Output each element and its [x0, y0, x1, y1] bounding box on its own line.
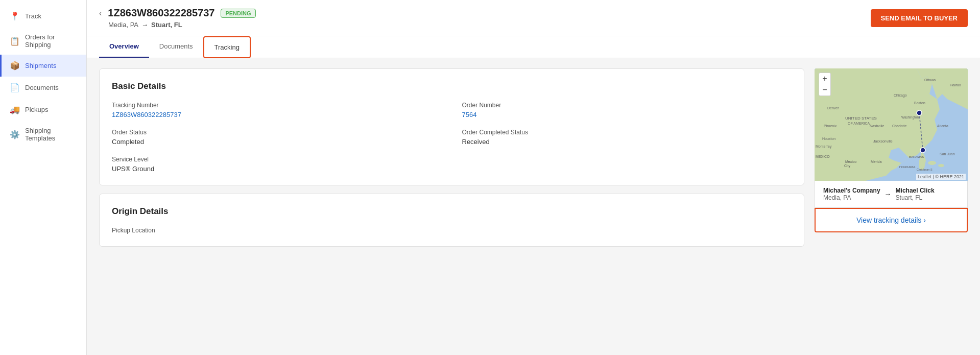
svg-text:Mexico: Mexico — [845, 160, 856, 163]
svg-text:Monterrey: Monterrey — [816, 145, 832, 149]
svg-text:Charlotte: Charlotte — [892, 124, 907, 128]
view-tracking-label: View tracking details — [856, 216, 921, 224]
svg-text:Chicago: Chicago — [894, 93, 907, 98]
destination-city: Stuart, FL — [151, 21, 182, 29]
sidebar-label-shipments: Shipments — [25, 62, 56, 69]
map-zoom-out-button[interactable]: − — [819, 84, 830, 96]
svg-text:Phoenix: Phoenix — [824, 124, 837, 128]
service-level-value: UPS® Ground — [112, 165, 442, 173]
from-name: Michael's Company — [823, 187, 880, 194]
basic-details-grid: Tracking Number 1Z863W860322285737 Order… — [112, 102, 792, 173]
order-status-label: Order Status — [112, 129, 442, 136]
svg-text:Caribbean S: Caribbean S — [917, 168, 933, 171]
orders-icon: 📋 — [10, 36, 20, 46]
from-location: Media, PA — [823, 194, 880, 201]
svg-text:Denver: Denver — [827, 106, 839, 110]
svg-text:Houston: Houston — [822, 137, 835, 140]
map-svg: UNITED STATES OF AMERICA Denver Chicago … — [815, 68, 968, 181]
tab-documents[interactable]: Documents — [149, 36, 203, 58]
svg-text:Halifax: Halifax — [950, 83, 961, 87]
sidebar-item-shipping-templates[interactable]: ⚙️ Shipping Templates — [0, 121, 86, 148]
sidebar-item-pickups[interactable]: 🚚 Pickups — [0, 99, 86, 121]
order-completed-status-value: Received — [462, 138, 792, 146]
header-title-row: ‹ 1Z863W860322285737 PENDING — [99, 7, 256, 19]
svg-text:Atlanta: Atlanta — [937, 124, 948, 128]
send-email-button[interactable]: SEND EMAIL TO BUYER — [871, 9, 968, 27]
view-tracking-container[interactable]: View tracking details › — [815, 208, 968, 232]
origin-city: Media, PA — [108, 21, 138, 29]
sidebar: 📍 Track 📋 Orders for Shipping 📦 Shipment… — [0, 0, 87, 355]
route-display: Media, PA → Stuart, FL — [99, 21, 256, 29]
to-location: Stuart, FL — [896, 194, 935, 201]
map-info-bar: Michael's Company Media, PA → Michael Cl… — [815, 181, 968, 208]
order-status-field: Order Status Completed — [112, 129, 442, 146]
map-zoom-in-button[interactable]: + — [819, 73, 830, 84]
sidebar-label-track: Track — [25, 12, 41, 20]
svg-text:HONDURAS: HONDURAS — [899, 165, 916, 169]
tracking-number-label: Tracking Number — [112, 102, 442, 109]
order-number-label: Order Number — [462, 102, 792, 109]
svg-text:Ottawa: Ottawa — [924, 78, 936, 82]
view-tracking-details-button[interactable]: View tracking details › — [856, 216, 926, 224]
map-container: UNITED STATES OF AMERICA Denver Chicago … — [815, 68, 968, 181]
svg-text:Merida: Merida — [871, 160, 882, 163]
svg-point-1 — [928, 161, 936, 165]
svg-text:UNITED STATES: UNITED STATES — [845, 116, 877, 121]
svg-text:Boston: Boston — [914, 101, 925, 105]
status-badge: PENDING — [221, 9, 255, 18]
sidebar-item-shipments[interactable]: 📦 Shipments — [0, 55, 86, 77]
svg-text:MEXICO: MEXICO — [816, 155, 830, 158]
map-credit: Leaflet | © HERE 2021 — [916, 174, 966, 180]
order-number-value[interactable]: 7564 — [462, 111, 792, 119]
track-icon: 📍 — [10, 11, 20, 21]
order-number-field: Order Number 7564 — [462, 102, 792, 119]
header-left: ‹ 1Z863W860322285737 PENDING Media, PA →… — [99, 7, 256, 29]
shipping-templates-icon: ⚙️ — [10, 130, 20, 139]
basic-details-title: Basic Details — [112, 81, 792, 91]
pickups-icon: 🚚 — [10, 105, 20, 114]
shipments-icon: 📦 — [10, 61, 20, 70]
route-arrow-icon: → — [141, 21, 148, 29]
svg-text:Washington: Washington — [901, 115, 919, 120]
tab-tracking[interactable]: Tracking — [203, 36, 251, 58]
svg-text:OF AMERICA: OF AMERICA — [848, 122, 870, 125]
sidebar-item-orders-shipping[interactable]: 📋 Orders for Shipping — [0, 27, 86, 55]
order-status-value: Completed — [112, 138, 442, 146]
sidebar-label-shipping-templates: Shipping Templates — [25, 127, 78, 142]
main-content: ‹ 1Z863W860322285737 PENDING Media, PA →… — [87, 0, 980, 355]
tab-bar: Overview Documents Tracking — [87, 36, 980, 58]
svg-text:Jacksonville: Jacksonville — [873, 139, 893, 143]
sidebar-label-orders: Orders for Shipping — [25, 33, 78, 49]
tracking-number-value[interactable]: 1Z863W860322285737 — [112, 111, 442, 119]
map-to: Michael Click Stuart, FL — [896, 187, 935, 201]
origin-details-card: Origin Details Pickup Location — [99, 194, 804, 247]
order-completed-status-label: Order Completed Status — [462, 129, 792, 136]
to-name: Michael Click — [896, 187, 935, 194]
service-level-field: Service Level UPS® Ground — [112, 156, 442, 173]
order-completed-status-field: Order Completed Status Received — [462, 129, 792, 146]
sidebar-label-documents: Documents — [25, 84, 59, 91]
pickup-location-field: Pickup Location — [112, 227, 792, 234]
sidebar-label-pickups: Pickups — [25, 106, 49, 113]
sidebar-item-track[interactable]: 📍 Track — [0, 5, 86, 27]
svg-text:Nashville: Nashville — [870, 124, 885, 128]
documents-icon: 📄 — [10, 83, 20, 92]
basic-details-card: Basic Details Tracking Number 1Z863W8603… — [99, 68, 804, 185]
origin-details-title: Origin Details — [112, 206, 792, 217]
content-area: Basic Details Tracking Number 1Z863W8603… — [87, 58, 980, 355]
sidebar-item-documents[interactable]: 📄 Documents — [0, 77, 86, 99]
svg-text:BAHAMAS: BAHAMAS — [909, 155, 924, 158]
page-header: ‹ 1Z863W860322285737 PENDING Media, PA →… — [87, 0, 980, 36]
map-from: Michael's Company Media, PA — [823, 187, 880, 201]
map-route-arrow-icon: → — [885, 190, 892, 198]
map-zoom-controls: + − — [819, 73, 831, 96]
view-tracking-arrow-icon: › — [923, 216, 926, 224]
tracking-number: 1Z863W860322285737 — [108, 7, 214, 19]
pickup-location-label: Pickup Location — [112, 227, 792, 234]
svg-text:San Juan: San Juan — [940, 152, 955, 156]
back-arrow-icon[interactable]: ‹ — [99, 9, 102, 18]
svg-text:City: City — [844, 164, 851, 168]
tab-overview[interactable]: Overview — [99, 36, 149, 58]
svg-point-2 — [938, 164, 944, 167]
service-level-label: Service Level — [112, 156, 442, 163]
